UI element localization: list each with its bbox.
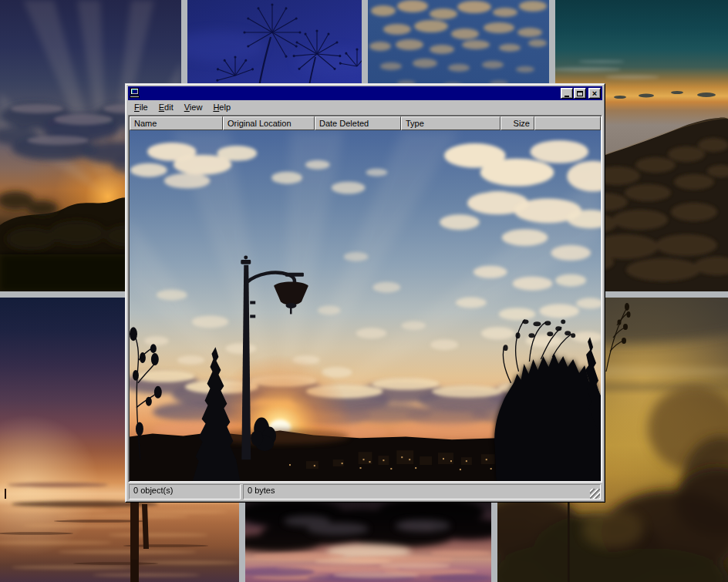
water-shimmer — [0, 509, 239, 577]
list-view: Name Original Location Date Deleted Type… — [128, 115, 602, 483]
recycle-bin-window: × File Edit View Help Name Original Loca… — [125, 83, 605, 503]
status-bytes-panel: 0 bytes — [243, 484, 601, 500]
resize-grip[interactable] — [590, 489, 600, 499]
column-header-type[interactable]: Type — [401, 116, 501, 130]
close-icon: × — [592, 89, 597, 97]
window-icon — [130, 88, 140, 99]
column-header-original-location[interactable]: Original Location — [223, 116, 315, 130]
minimize-icon — [565, 96, 569, 97]
menubar: File Edit View Help — [128, 100, 602, 115]
menu-item-view[interactable]: View — [179, 101, 208, 114]
titlebar-buttons: × — [560, 88, 601, 99]
tree-reflections — [245, 498, 491, 552]
maximize-button[interactable] — [574, 88, 586, 99]
column-headers: Name Original Location Date Deleted Type… — [130, 116, 601, 130]
column-header-size[interactable]: Size — [501, 116, 534, 130]
menu-item-help[interactable]: Help — [207, 101, 236, 114]
list-area-sunset-photo[interactable] — [130, 130, 601, 481]
column-header-date-deleted[interactable]: Date Deleted — [315, 116, 401, 130]
horizon-cloud-streak — [8, 483, 108, 487]
minimize-button[interactable] — [561, 88, 573, 99]
status-objects-panel: 0 object(s) — [129, 484, 241, 500]
status-bytes-text: 0 bytes — [248, 486, 275, 495]
statusbar: 0 object(s) 0 bytes — [128, 483, 602, 500]
menu-item-edit[interactable]: Edit — [153, 101, 179, 114]
menu-item-file[interactable]: File — [129, 101, 153, 114]
sunset-photo — [130, 130, 601, 481]
cloud-speckles — [369, 0, 547, 90]
titlebar[interactable]: × — [128, 86, 602, 100]
column-header-name[interactable]: Name — [130, 116, 223, 130]
desktop: × File Edit View Help Name Original Loca… — [0, 0, 728, 582]
close-button[interactable]: × — [588, 88, 601, 99]
column-header-blank[interactable] — [534, 116, 601, 130]
window-frame: × File Edit View Help Name Original Loca… — [126, 84, 605, 502]
maximize-icon — [577, 91, 583, 96]
